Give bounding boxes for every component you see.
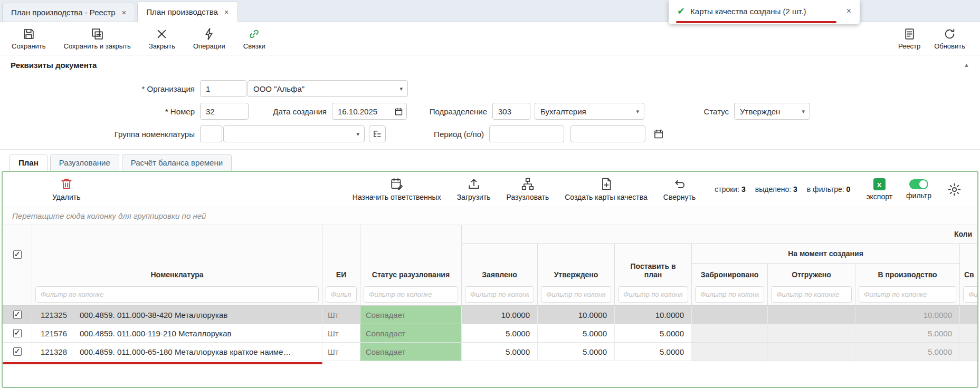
- quantity-group-label: Коли: [462, 225, 978, 244]
- collapse-button[interactable]: Свернуть: [663, 177, 696, 201]
- header-last-cut[interactable]: Св: [960, 244, 978, 305]
- refresh-button[interactable]: Обновить: [934, 27, 965, 50]
- row-last-cut: [960, 306, 978, 324]
- header-shipped[interactable]: Отгружено: [768, 264, 855, 305]
- table-row[interactable]: 121325000.4859. 011.000-38-420 Металлору…: [3, 306, 978, 324]
- window-tab-registry[interactable]: План производства - Реестр ×: [2, 3, 135, 22]
- row-id: 121328: [32, 347, 80, 356]
- header-in-production[interactable]: В производство: [855, 264, 960, 305]
- header-declared[interactable]: Заявлено: [462, 244, 538, 305]
- header-reserved[interactable]: Забронировано: [692, 264, 768, 305]
- row-checkbox[interactable]: [13, 329, 22, 337]
- filter-declared-input[interactable]: [465, 286, 534, 303]
- header-unit[interactable]: ЕИ: [322, 225, 360, 305]
- collapse-section-icon[interactable]: ▲: [964, 62, 969, 68]
- document-plus-icon: [600, 177, 613, 191]
- organization-label: * Организация: [0, 84, 200, 93]
- row-to-plan: 10.0000: [615, 306, 692, 324]
- row-checkbox[interactable]: [13, 347, 22, 356]
- annotation-underline: [676, 21, 836, 23]
- form-row-number-date: * Номер Дата создания Подразделение Бухг…: [0, 102, 980, 120]
- calendar-icon[interactable]: [394, 107, 403, 116]
- toast-close-icon[interactable]: ×: [846, 6, 851, 16]
- header-to-plan[interactable]: Поставить в план: [615, 244, 692, 305]
- row-explode-status: Совпадает: [360, 306, 462, 324]
- chevron-down-icon: ▾: [636, 109, 639, 114]
- filtered-counter: в фильтре: 0: [807, 185, 851, 193]
- table-row[interactable]: 121576000.4859. 011.000-119-210 Металлор…: [3, 324, 978, 343]
- department-select[interactable]: Бухгалтерия ▾: [535, 103, 644, 120]
- hierarchy-picker-button[interactable]: [369, 125, 386, 142]
- filter-approved-input[interactable]: [541, 286, 611, 303]
- links-button[interactable]: Связки: [243, 27, 265, 50]
- filter-toggle-button[interactable]: фильтр: [906, 179, 931, 200]
- row-checkbox[interactable]: [13, 311, 22, 319]
- group-by-dropzone[interactable]: Перетащите сюда колонку для группировки …: [3, 207, 977, 225]
- filter-unit-input[interactable]: [326, 286, 357, 303]
- create-quality-cards-button[interactable]: Создать карты качества: [565, 177, 648, 201]
- filter-in-production-input[interactable]: [859, 286, 956, 303]
- period-from-field[interactable]: [489, 125, 564, 142]
- filter-nomenclature-input[interactable]: [35, 286, 319, 303]
- organization-code-field[interactable]: [200, 80, 246, 97]
- row-declared: 5.0000: [462, 324, 538, 342]
- registry-button[interactable]: Реестр: [898, 27, 920, 50]
- save-button[interactable]: Сохранить: [12, 27, 46, 50]
- document-section-header: Реквизиты документа ▲: [0, 55, 980, 74]
- tab-explode[interactable]: Разузлование: [50, 154, 119, 171]
- row-reserved: [692, 306, 768, 324]
- table-row[interactable]: 121328000.4859. 011.000-65-180 Металлору…: [3, 343, 978, 361]
- toast-notification: ✔ Карты качества созданы (2 шт.) ×: [669, 0, 860, 24]
- filter-shipped-input[interactable]: [771, 286, 852, 303]
- department-code-field[interactable]: [492, 103, 530, 120]
- row-nomenclature: 000.4859. 011.000-65-180 Металлорукав кр…: [80, 347, 291, 356]
- period-calendar-button[interactable]: [652, 127, 665, 141]
- row-last-cut: [960, 343, 978, 361]
- load-button[interactable]: Загрузить: [457, 177, 491, 201]
- row-shipped: [768, 343, 855, 361]
- explode-button[interactable]: Разузловать: [507, 177, 549, 201]
- row-id: 121576: [32, 329, 80, 338]
- filter-reserved-input[interactable]: [695, 286, 764, 303]
- header-checkbox-column: [3, 225, 32, 305]
- header-group-at-creation: На момент создания Забронировано Отгруже…: [692, 244, 960, 305]
- refresh-icon: [943, 27, 956, 41]
- operations-icon: [203, 27, 216, 41]
- window-tab-production-plan[interactable]: План производства ×: [137, 1, 237, 22]
- number-field[interactable]: [200, 103, 249, 120]
- header-group-quantity: Коли Заявлено Утверждено Поставить в пла…: [462, 225, 978, 305]
- department-label: Подразделение: [407, 107, 492, 116]
- tab-plan[interactable]: План: [9, 154, 47, 171]
- nomenclature-group-select[interactable]: ▾: [223, 125, 365, 142]
- period-to-field[interactable]: [570, 125, 645, 142]
- close-icon[interactable]: ×: [122, 8, 127, 17]
- header-explode-status[interactable]: Статус разузлования: [360, 225, 462, 305]
- header-approved[interactable]: Утверждено: [538, 244, 615, 305]
- row-id: 121325: [32, 311, 80, 319]
- row-declared: 5.0000: [462, 343, 538, 361]
- select-all-checkbox[interactable]: [13, 250, 22, 259]
- nomenclature-group-code-field[interactable]: [200, 125, 222, 142]
- delete-button[interactable]: Удалить: [52, 177, 80, 201]
- organization-select[interactable]: ООО "Альфа" ▾: [248, 80, 408, 97]
- save-and-close-button[interactable]: Сохранить и закрыть: [64, 27, 131, 50]
- window-tab-label: План производства - Реестр: [11, 8, 116, 17]
- filter-last-input[interactable]: [963, 286, 978, 303]
- filter-to-plan-input[interactable]: [618, 286, 688, 303]
- assign-responsible-button[interactable]: Назначить ответственных: [353, 177, 441, 201]
- close-button[interactable]: Закрыть: [149, 27, 175, 50]
- plan-table: Номенклатура ЕИ Статус разузлования Коли…: [3, 225, 978, 364]
- tab-time-balance[interactable]: Расчёт баланса времени: [122, 154, 232, 171]
- filter-explode-status-input[interactable]: [364, 286, 458, 303]
- status-select[interactable]: Утвержден ▾: [734, 103, 810, 120]
- undo-arrow-icon: [673, 177, 687, 191]
- save-icon: [22, 27, 35, 41]
- grid-settings-button[interactable]: [947, 182, 962, 197]
- header-nomenclature[interactable]: Номенклатура: [32, 225, 322, 305]
- close-icon[interactable]: ×: [224, 7, 229, 16]
- export-excel-button[interactable]: x экспорт: [866, 178, 892, 201]
- section-title: Реквизиты документа: [11, 61, 97, 70]
- row-explode-status: Совпадает: [360, 343, 462, 361]
- operations-button[interactable]: Операции: [193, 27, 225, 50]
- plan-tabstrip: План Разузлование Расчёт баланса времени: [0, 150, 980, 171]
